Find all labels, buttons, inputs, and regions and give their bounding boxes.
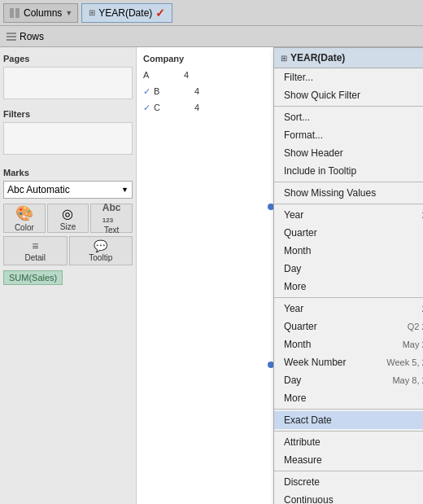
main-container: Columns ▼ ⊞ YEAR(Date) ✓ Rows Pages Filt… [0, 0, 423, 504]
show-header-label: Show Header [284, 147, 343, 159]
content-area: Pages Filters Marks Abc Automatic ▼ 🎨 Co… [0, 47, 423, 504]
check-c-icon: ✓ [143, 103, 150, 113]
continuous-label: Continuous [284, 494, 334, 504]
separator-1 [274, 106, 423, 107]
day2-value: May 8, 2015 [392, 375, 423, 385]
menu-item-include-tooltip[interactable]: Include in Tooltip ✓ [274, 162, 423, 180]
menu-item-quarter2[interactable]: Quarter Q2 2015 [274, 318, 423, 335]
filters-box [3, 122, 133, 155]
year1-label: Year [284, 209, 303, 221]
tooltip-button[interactable]: 💬 Tooltip [69, 236, 133, 265]
attribute-label: Attribute [284, 436, 321, 448]
menu-item-weeknum[interactable]: Week Number Week 5, 2015 [274, 353, 423, 371]
weeknum-value: Week 5, 2015 [386, 357, 423, 367]
menu-item-year1[interactable]: Year 2015 [274, 206, 423, 224]
year2-label: Year [284, 303, 303, 314]
columns-icon [9, 7, 20, 19]
quarter2-value: Q2 2015 [408, 322, 423, 331]
toolbar: Columns ▼ ⊞ YEAR(Date) ✓ [0, 0, 423, 26]
menu-item-measure[interactable]: Measure ▶ [274, 451, 423, 469]
quarter1-label: Quarter [284, 227, 317, 239]
month2-value: May 2015 [403, 340, 423, 349]
row-b-label: B [154, 86, 194, 96]
menu-item-format[interactable]: Format... [274, 126, 423, 144]
detail-button[interactable]: ≡ Detail [3, 236, 68, 265]
color-button[interactable]: 🎨 Color [3, 204, 46, 233]
separator-6 [274, 431, 423, 432]
separator-7 [274, 471, 423, 471]
menu-item-quick-filter[interactable]: Show Quick Filter [274, 86, 423, 104]
day2-label: Day [284, 375, 301, 386]
menu-item-discrete[interactable]: Discrete [274, 473, 423, 491]
row-a-label: A [143, 70, 184, 80]
menu-item-more1[interactable]: More ▶ [274, 278, 423, 296]
rows-label: Rows [20, 31, 44, 42]
format-label: Format... [284, 129, 323, 141]
svg-rect-0 [10, 8, 14, 18]
menu-item-exact-date[interactable]: Exact Date ✓ [274, 411, 423, 429]
tooltip-label: Tooltip [89, 253, 112, 262]
pages-title: Pages [3, 54, 133, 64]
filter-label: Filter... [284, 72, 313, 83]
menu-item-more2[interactable]: More ▶ [274, 389, 423, 407]
pages-box [3, 67, 133, 99]
columns-section: Columns ▼ [3, 3, 78, 23]
sort-label: Sort... [284, 112, 310, 123]
marks-section: Marks Abc Automatic ▼ 🎨 Color ◎ Size [3, 164, 133, 285]
marks-chevron: ▼ [121, 186, 129, 194]
size-button[interactable]: ◎ Size [47, 204, 89, 233]
svg-rect-1 [15, 8, 20, 18]
menu-item-month2[interactable]: Month May 2015 [274, 335, 423, 353]
plus-icon: ⊞ [89, 8, 95, 17]
sum-pill[interactable]: SUM(Sales) [3, 270, 63, 285]
day1-label: Day [284, 263, 301, 274]
menu-header-text: YEAR(Date) [290, 52, 423, 64]
missing-values-label: Show Missing Values [284, 187, 376, 199]
year-pill-label: YEAR(Date) [98, 7, 152, 19]
discrete-label: Discrete [284, 476, 320, 488]
menu-item-quarter1[interactable]: Quarter Q2 [274, 224, 423, 242]
menu-item-day1[interactable]: Day 8 [274, 260, 423, 278]
month2-label: Month [284, 339, 311, 350]
menu-header[interactable]: ⊞ YEAR(Date) ✓ [274, 48, 423, 68]
dropdown-menu: ⊞ YEAR(Date) ✓ Filter... Show Quick Filt… [273, 47, 423, 504]
exact-date-label: Exact Date [284, 414, 332, 426]
detail-label: Detail [24, 253, 46, 262]
marks-grid: 🎨 Color ◎ Size Abc123 Text [3, 204, 133, 233]
menu-plus-icon: ⊞ [281, 54, 287, 63]
measure-label: Measure [284, 454, 322, 466]
svg-rect-3 [7, 36, 16, 37]
columns-label: Columns [24, 7, 62, 19]
menu-item-filter[interactable]: Filter... [274, 68, 423, 86]
separator-2 [274, 182, 423, 182]
more2-label: More [284, 392, 306, 404]
menu-item-month1[interactable]: Month May [274, 242, 423, 260]
menu-item-missing-values[interactable]: Show Missing Values [274, 184, 423, 202]
tooltip-icon: 💬 [94, 239, 107, 252]
text-icon: Abc123 [102, 202, 121, 225]
detail-icon: ≡ [32, 239, 38, 252]
row-c-value: 4 [194, 103, 199, 112]
text-button[interactable]: Abc123 Text [90, 204, 133, 233]
marks-title: Marks [3, 168, 133, 177]
size-icon: ◎ [62, 206, 73, 221]
svg-rect-4 [7, 39, 16, 41]
svg-rect-2 [7, 33, 16, 34]
marks-type-label: Abc Automatic [7, 184, 70, 195]
menu-item-day2[interactable]: Day May 8, 2015 [274, 371, 423, 389]
menu-item-continuous[interactable]: Continuous [274, 491, 423, 504]
columns-button[interactable]: Columns ▼ [3, 3, 78, 23]
quick-filter-label: Show Quick Filter [284, 90, 360, 101]
row-b-value: 4 [194, 86, 199, 96]
menu-item-attribute[interactable]: Attribute [274, 433, 423, 451]
marks-dropdown[interactable]: Abc Automatic ▼ [3, 181, 133, 199]
menu-item-show-header[interactable]: Show Header ✓ [274, 144, 423, 162]
weeknum-label: Week Number [284, 357, 346, 368]
color-label: Color [15, 223, 34, 232]
row-c-label: C [154, 103, 194, 112]
year-pill[interactable]: ⊞ YEAR(Date) ✓ [81, 3, 172, 23]
left-panel: Pages Filters Marks Abc Automatic ▼ 🎨 Co… [0, 47, 137, 504]
menu-item-sort[interactable]: Sort... [274, 108, 423, 126]
menu-item-year2[interactable]: Year 2015 [274, 300, 423, 318]
more1-label: More [284, 281, 306, 292]
